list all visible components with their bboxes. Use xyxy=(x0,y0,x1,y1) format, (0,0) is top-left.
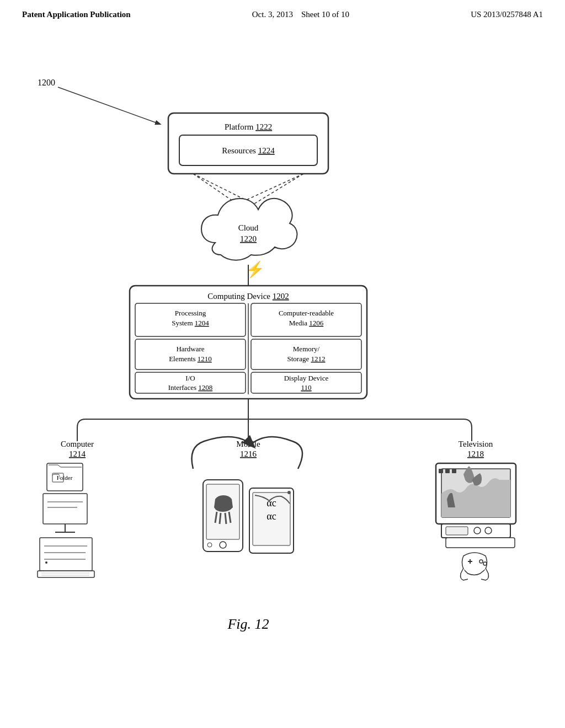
console-display xyxy=(446,527,468,535)
mobile-number: 1216 xyxy=(240,449,257,458)
laptop-keyboard xyxy=(38,571,94,577)
leg3 xyxy=(225,513,226,524)
computer-readable-number: Media 1206 xyxy=(289,319,324,327)
computer-number: 1214 xyxy=(69,449,86,458)
label-1200: 1200 xyxy=(38,78,55,87)
header-date-sheet: Oct. 3, 2013 Sheet 10 of 10 xyxy=(252,10,349,19)
cloud-number: 1220 xyxy=(240,234,257,243)
laptop-bullet xyxy=(45,561,47,564)
tv-button1 xyxy=(439,469,443,473)
memory-storage-number: Storage 1212 xyxy=(287,355,326,363)
main-diagram: 1200 Platform 1222 Resources 1224 Cl xyxy=(0,28,565,717)
laptop-screen xyxy=(40,538,92,571)
page-header: Patent Application Publication Oct. 3, 2… xyxy=(0,0,565,25)
leg2 xyxy=(220,513,221,524)
io-interfaces-number: Interfaces 1208 xyxy=(168,383,213,392)
io-interfaces-label: I/O xyxy=(185,374,195,382)
bracket-left-curve xyxy=(77,419,86,427)
cloud-title: Cloud xyxy=(238,223,259,232)
processing-system-label: Processing xyxy=(175,309,206,317)
processing-system-number: System 1204 xyxy=(172,319,209,327)
header-patent: US 2013/0257848 A1 xyxy=(471,10,543,19)
tv-button2 xyxy=(445,469,450,473)
display-device-label: Display Device xyxy=(284,374,329,382)
tv-base xyxy=(446,538,515,548)
tv-button3 xyxy=(452,469,456,473)
hardware-elements-number: Elements 1210 xyxy=(169,355,212,363)
header-publication: Patent Application Publication xyxy=(22,10,131,19)
memory-storage-label: Memory/ xyxy=(293,345,320,353)
tv-label: Television xyxy=(459,440,493,448)
phone-camera xyxy=(287,491,291,494)
connect-left xyxy=(193,174,237,204)
alpha-symbol2: αc xyxy=(266,511,276,522)
header-sheet: Sheet 10 of 10 xyxy=(301,10,349,19)
page-container: Patent Application Publication Oct. 3, 2… xyxy=(0,0,565,728)
computer-label: Computer xyxy=(61,440,94,448)
animal-silhouette xyxy=(214,495,233,512)
computer-readable-label: Computer-readable xyxy=(279,309,334,317)
header-date: Oct. 3, 2013 xyxy=(252,10,293,19)
monitor-body xyxy=(43,494,87,524)
platform-title: Platform 1222 xyxy=(225,122,272,131)
computing-device-title: Computing Device 1202 xyxy=(207,292,289,301)
figure-caption: Fig. 12 xyxy=(227,616,269,632)
resources-text: Resources 1224 xyxy=(222,146,275,155)
arrow-1200 xyxy=(58,87,160,124)
tv-number: 1218 xyxy=(467,449,484,458)
bracket-right-curve xyxy=(463,419,472,427)
display-device-number: 110 xyxy=(301,383,311,392)
hardware-elements-label: Hardware xyxy=(176,345,204,353)
folder-label: Folder xyxy=(57,474,73,481)
